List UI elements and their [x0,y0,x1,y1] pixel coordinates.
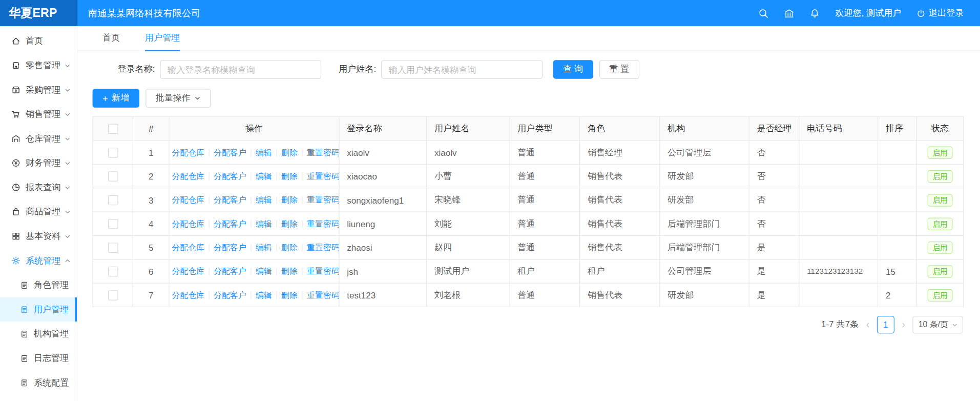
row-checkbox[interactable] [108,148,118,158]
row-checkbox[interactable] [108,267,118,277]
cell-role: 销售代表 [580,212,660,235]
delete-link[interactable]: 删除 [281,243,298,252]
assign-warehouse-link[interactable]: 分配仓库 [172,266,204,275]
cell-index: 1 [133,141,169,164]
status-badge: 启用 [928,170,953,182]
assign-warehouse-link[interactable]: 分配仓库 [172,147,204,156]
assign-customer-link[interactable]: 分配客户 [214,147,246,156]
delete-link[interactable]: 删除 [281,266,298,275]
bag-icon [11,207,20,216]
cell-sort: 15 [878,259,917,283]
reset-button[interactable]: 重 置 [599,60,639,79]
login-name-input[interactable] [160,60,321,79]
sidebar-item-system[interactable]: 系统管理 [0,248,77,273]
sidebar-item-home[interactable]: 首页 [0,29,77,53]
reset-password-link[interactable]: 重置密码 [307,195,339,204]
delete-link[interactable]: 删除 [281,147,298,156]
tab-home[interactable]: 首页 [102,26,120,51]
sidebar-item-finance[interactable]: 财务管理 [0,151,77,175]
prev-page-button[interactable]: ‹ [864,319,872,330]
action-divider [302,196,302,204]
assign-warehouse-link[interactable]: 分配仓库 [172,218,204,228]
sidebar-item-role-management[interactable]: 角色管理 [0,273,77,297]
edit-link[interactable]: 编辑 [256,266,272,275]
cell-sort: 2 [878,283,917,307]
assign-customer-link[interactable]: 分配客户 [214,243,246,252]
page-size-select[interactable]: 10 条/页 [913,316,963,333]
assign-warehouse-link[interactable]: 分配仓库 [172,195,204,204]
row-checkbox[interactable] [108,195,118,206]
bank-button[interactable] [784,8,795,18]
cell-manager: 是 [749,259,799,283]
select-all-checkbox[interactable] [108,124,118,134]
cell-role: 销售经理 [580,141,660,164]
assign-customer-link[interactable]: 分配客户 [214,218,246,228]
sidebar-item-log-management[interactable]: 日志管理 [0,346,77,371]
column-header-9: 排序 [878,117,917,141]
next-page-button[interactable]: › [900,319,908,330]
sidebar-item-retail[interactable]: 零售管理 [0,53,77,78]
sidebar-item-organization-management[interactable]: 机构管理 [0,322,77,346]
reset-password-link[interactable]: 重置密码 [307,243,339,252]
delete-link[interactable]: 删除 [281,195,298,204]
logout-button[interactable]: 退出登录 [916,8,964,19]
delete-link[interactable]: 删除 [281,290,298,299]
add-button[interactable]: + 新增 [93,89,139,108]
warehouse-icon [11,134,20,143]
row-checkbox[interactable] [108,171,118,182]
sidebar-item-sales[interactable]: 销售管理 [0,102,77,127]
batch-operations-button[interactable]: 批量操作 [145,89,211,108]
assign-warehouse-link[interactable]: 分配仓库 [172,171,204,181]
row-checkbox[interactable] [108,243,118,253]
assign-warehouse-link[interactable]: 分配仓库 [172,290,204,299]
cell-index: 3 [133,188,169,212]
reset-password-link[interactable]: 重置密码 [307,147,339,156]
edit-link[interactable]: 编辑 [256,290,272,299]
sidebar-menu: 首页零售管理采购管理销售管理仓库管理财务管理报表查询商品管理基本资料系统管理角色… [0,29,77,395]
action-divider [276,196,277,204]
search-submit-button[interactable]: 查 询 [553,60,593,79]
cell-org: 后端管理部门 [660,212,749,235]
edit-link[interactable]: 编辑 [256,243,272,252]
reset-password-link[interactable]: 重置密码 [307,218,339,228]
sidebar-item-label: 首页 [26,35,71,47]
reset-password-link[interactable]: 重置密码 [307,171,339,181]
edit-link[interactable]: 编辑 [256,171,272,181]
search-button[interactable] [758,8,769,18]
sidebar-item-warehouse[interactable]: 仓库管理 [0,126,77,151]
action-divider [276,291,277,299]
delete-link[interactable]: 删除 [281,218,298,228]
notifications-button[interactable] [809,8,820,18]
sidebar-item-basic-data[interactable]: 基本资料 [0,224,77,249]
reset-password-link[interactable]: 重置密码 [307,290,339,299]
assign-customer-link[interactable]: 分配客户 [214,171,246,181]
assign-warehouse-link[interactable]: 分配仓库 [172,243,204,252]
table-row: 2分配仓库分配客户编辑删除重置密码xiaocao小曹普通销售代表研发部否启用 [93,164,964,188]
assign-customer-link[interactable]: 分配客户 [214,266,246,275]
sidebar-item-label: 零售管理 [26,60,65,71]
tab-bar: 首页用户管理 [77,26,980,51]
column-header-4: 用户类型 [510,117,580,141]
welcome-user-menu[interactable]: 欢迎您, 测试用户 [835,8,901,19]
app-logo[interactable]: 华夏ERP [0,0,77,26]
cell-user-type: 租户 [510,259,580,283]
row-checkbox[interactable] [108,219,118,229]
row-checkbox[interactable] [108,290,118,300]
sidebar-item-goods[interactable]: 商品管理 [0,199,77,224]
reset-password-link[interactable]: 重置密码 [307,266,339,275]
action-divider [209,291,210,299]
assign-customer-link[interactable]: 分配客户 [214,290,246,299]
cell-org: 公司管理层 [660,259,749,283]
user-name-input[interactable] [381,60,543,79]
edit-link[interactable]: 编辑 [256,147,272,156]
sidebar-item-report[interactable]: 报表查询 [0,175,77,200]
assign-customer-link[interactable]: 分配客户 [214,195,246,204]
sidebar-item-user-management[interactable]: 用户管理 [0,297,77,322]
edit-link[interactable]: 编辑 [256,218,272,228]
current-page-button[interactable]: 1 [877,316,894,333]
sidebar-item-purchase[interactable]: 采购管理 [0,77,77,102]
edit-link[interactable]: 编辑 [256,195,272,204]
tab-user-management[interactable]: 用户管理 [145,26,180,51]
sidebar-item-system-config[interactable]: 系统配置 [0,370,77,395]
delete-link[interactable]: 删除 [281,171,298,181]
